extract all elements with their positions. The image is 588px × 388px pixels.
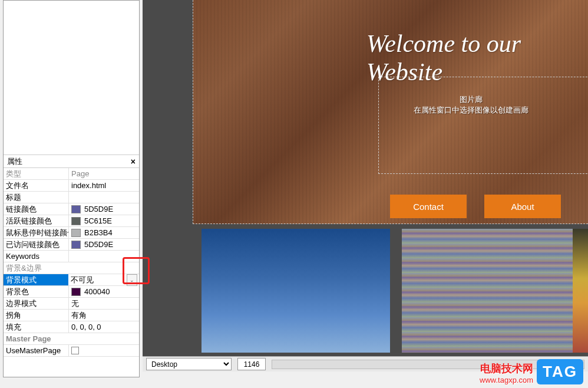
row-link-color[interactable]: 链接颜色 5D5D9E [4, 203, 139, 215]
color-swatch [71, 288, 81, 296]
row-active-link-color[interactable]: 活跃链接颜色 5C615E [4, 215, 139, 227]
row-padding[interactable]: 填充 0, 0, 0, 0 [4, 321, 139, 333]
section-master: Master Page [4, 333, 139, 345]
contact-button[interactable]: Contact [390, 195, 467, 218]
upper-panel-empty [4, 1, 139, 155]
gallery-label: 图片廊 在属性窗口中选择图像以创建画廊 [414, 94, 528, 116]
properties-panel: 属性 × 类型 Page 文件名 index.html 标题 链接颜色 5D5D… [3, 0, 140, 377]
gallery-placeholder[interactable] [378, 77, 588, 174]
image-food[interactable] [573, 229, 588, 353]
row-keywords[interactable]: Keywords [4, 251, 139, 262]
color-swatch [71, 205, 81, 213]
row-border-mode[interactable]: 边界模式 无 [4, 298, 139, 310]
checkbox[interactable] [71, 347, 79, 354]
color-swatch [71, 229, 81, 237]
device-select[interactable]: Desktop [146, 358, 232, 370]
row-bg-color[interactable]: 背景色 400040 [4, 286, 139, 298]
color-swatch [71, 241, 81, 249]
watermark-tag: TAG [537, 359, 583, 384]
panel-title: 属性 [7, 156, 22, 167]
color-swatch [71, 217, 81, 225]
row-hover-link-color[interactable]: 鼠标悬停时链接颜色 B2B3B4 [4, 227, 139, 239]
width-input[interactable] [237, 358, 266, 370]
watermark-title: 电脑技术网 [480, 361, 533, 376]
row-corner[interactable]: 拐角 有角 [4, 310, 139, 321]
row-filename[interactable]: 文件名 index.html [4, 180, 139, 192]
watermark: 电脑技术网 www.tagxp.com TAG [480, 359, 583, 384]
about-button[interactable]: About [484, 195, 561, 218]
row-visited-link-color[interactable]: 已访问链接颜色 5D5D9E [4, 239, 139, 251]
section-background: 背景&边界 [4, 262, 139, 274]
panel-header: 属性 × [4, 155, 139, 168]
watermark-url: www.tagxp.com [480, 376, 533, 384]
image-city[interactable] [402, 229, 584, 353]
chevron-down-icon[interactable]: ⌄ [127, 274, 137, 286]
row-title[interactable]: 标题 [4, 192, 139, 203]
row-use-master[interactable]: UseMasterPage [4, 345, 139, 357]
hero-title[interactable]: Welcome to our Website [366, 29, 588, 86]
image-sky[interactable] [201, 229, 390, 353]
grid-header: 类型 Page [4, 168, 139, 180]
type-label: 类型 [4, 169, 68, 179]
property-grid: 类型 Page 文件名 index.html 标题 链接颜色 5D5D9E 活跃… [4, 168, 139, 357]
type-value: Page [68, 168, 139, 179]
close-icon[interactable]: × [131, 157, 136, 166]
canvas[interactable]: Welcome to our Website 图片廊 在属性窗口中选择图像以创建… [143, 0, 588, 360]
row-bg-mode[interactable]: 背景模式 不可见 ⌄ [4, 274, 139, 286]
